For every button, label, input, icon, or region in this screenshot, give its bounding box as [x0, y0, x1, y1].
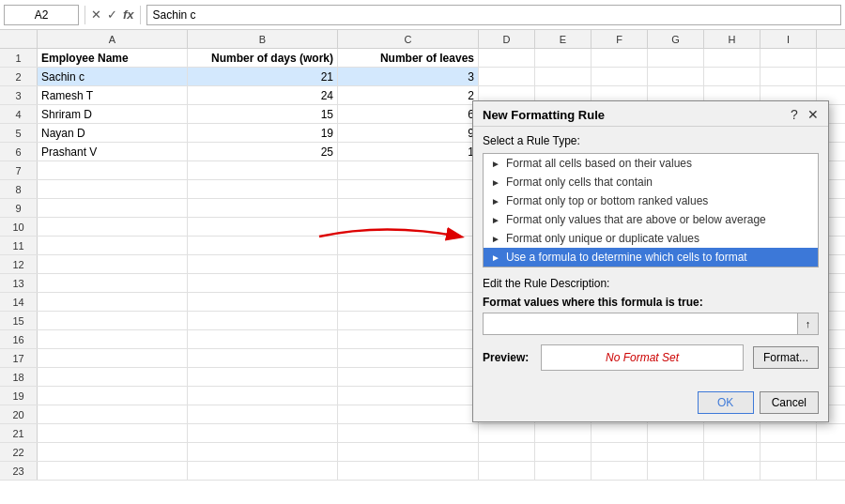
rule-list-item[interactable]: ►Use a formula to determine which cells …: [484, 248, 818, 267]
col-header-c[interactable]: C: [338, 30, 479, 48]
cell-a5[interactable]: Nayan D: [38, 124, 188, 142]
cell-b17[interactable]: [188, 349, 338, 367]
cell-extra[interactable]: [535, 68, 592, 85]
cell-a19[interactable]: [38, 387, 188, 405]
format-button[interactable]: Format...: [753, 346, 819, 369]
table-row[interactable]: 2Sachin c213: [0, 68, 845, 86]
cell-a4[interactable]: Shriram D: [38, 105, 188, 123]
cell-a8[interactable]: [38, 180, 188, 198]
cell-b8[interactable]: [188, 180, 338, 198]
formula-text-input[interactable]: [484, 313, 797, 334]
cell-a2[interactable]: Sachin c: [38, 68, 188, 85]
cell-extra[interactable]: [704, 424, 760, 442]
cell-a14[interactable]: [38, 293, 188, 311]
table-row[interactable]: 22: [0, 443, 845, 462]
col-header-a[interactable]: A: [38, 30, 188, 48]
cell-extra[interactable]: [535, 424, 592, 442]
cell-c11[interactable]: [338, 237, 479, 254]
cell-extra[interactable]: [535, 49, 592, 67]
formula-input[interactable]: [146, 5, 841, 25]
cell-extra[interactable]: [648, 424, 704, 442]
cell-a18[interactable]: [38, 368, 188, 386]
cell-extra[interactable]: [479, 462, 535, 480]
rule-list-item[interactable]: ►Format only values that are above or be…: [484, 210, 818, 229]
cell-a16[interactable]: [38, 330, 188, 348]
cell-extra[interactable]: [592, 68, 648, 85]
cell-a23[interactable]: [38, 462, 188, 480]
cell-b15[interactable]: [188, 312, 338, 329]
cell-c19[interactable]: [338, 387, 479, 405]
rule-list-item[interactable]: ►Format only cells that contain: [484, 173, 818, 191]
cell-a9[interactable]: [38, 199, 188, 217]
col-header-b[interactable]: B: [188, 30, 338, 48]
cell-a17[interactable]: [38, 349, 188, 367]
cell-a12[interactable]: [38, 255, 188, 273]
cell-c5[interactable]: 9: [338, 124, 479, 142]
cell-extra[interactable]: [648, 462, 704, 480]
cell-c10[interactable]: [338, 218, 479, 236]
cell-extra[interactable]: [704, 49, 760, 67]
rule-list-item[interactable]: ►Format all cells based on their values: [484, 154, 818, 173]
cancel-button[interactable]: Cancel: [760, 391, 819, 414]
cell-a15[interactable]: [38, 312, 188, 329]
col-header-e[interactable]: E: [535, 30, 592, 48]
cell-b2[interactable]: 21: [188, 68, 338, 85]
cell-b10[interactable]: [188, 218, 338, 236]
cell-c14[interactable]: [338, 293, 479, 311]
cell-a21[interactable]: [38, 424, 188, 442]
col-header-i[interactable]: I: [760, 30, 817, 48]
cell-c20[interactable]: [338, 405, 479, 423]
cell-b21[interactable]: [188, 424, 338, 442]
cell-c8[interactable]: [338, 180, 479, 198]
cancel-formula-icon[interactable]: ✕: [91, 8, 101, 22]
cell-c6[interactable]: 1: [338, 143, 479, 160]
cell-b22[interactable]: [188, 443, 338, 461]
cell-extra[interactable]: [535, 443, 592, 461]
ok-button[interactable]: OK: [698, 391, 754, 414]
cell-b19[interactable]: [188, 387, 338, 405]
cell-b14[interactable]: [188, 293, 338, 311]
col-header-d[interactable]: D: [479, 30, 535, 48]
cell-a7[interactable]: [38, 161, 188, 179]
cell-extra[interactable]: [760, 49, 817, 67]
cell-c4[interactable]: 6: [338, 105, 479, 123]
cell-b18[interactable]: [188, 368, 338, 386]
cell-b23[interactable]: [188, 462, 338, 480]
cell-b3[interactable]: 24: [188, 86, 338, 104]
cell-c9[interactable]: [338, 199, 479, 217]
cell-b20[interactable]: [188, 405, 338, 423]
cell-b13[interactable]: [188, 274, 338, 292]
cell-c18[interactable]: [338, 368, 479, 386]
cell-c21[interactable]: [338, 424, 479, 442]
cell-a1[interactable]: Employee Name: [38, 49, 188, 67]
table-row[interactable]: 1Employee NameNumber of days (work)Numbe…: [0, 49, 845, 68]
cell-c15[interactable]: [338, 312, 479, 329]
rule-list-item[interactable]: ►Format only unique or duplicate values: [484, 229, 818, 248]
cell-b12[interactable]: [188, 255, 338, 273]
cell-c23[interactable]: [338, 462, 479, 480]
col-header-h[interactable]: H: [704, 30, 760, 48]
cell-a6[interactable]: Prashant V: [38, 143, 188, 160]
cell-c2[interactable]: 3: [338, 68, 479, 85]
cell-a20[interactable]: [38, 405, 188, 423]
cell-extra[interactable]: [479, 68, 535, 85]
cell-extra[interactable]: [760, 443, 817, 461]
cell-extra[interactable]: [648, 443, 704, 461]
cell-c13[interactable]: [338, 274, 479, 292]
cell-a10[interactable]: [38, 218, 188, 236]
cell-extra[interactable]: [760, 424, 817, 442]
cell-b5[interactable]: 19: [188, 124, 338, 142]
rule-list-item[interactable]: ►Format only top or bottom ranked values: [484, 191, 818, 210]
cell-extra[interactable]: [479, 443, 535, 461]
cell-extra[interactable]: [592, 443, 648, 461]
insert-function-icon[interactable]: fx: [123, 8, 134, 22]
cell-c17[interactable]: [338, 349, 479, 367]
cell-extra[interactable]: [704, 462, 760, 480]
cell-extra[interactable]: [760, 68, 817, 85]
cell-extra[interactable]: [704, 443, 760, 461]
cell-c16[interactable]: [338, 330, 479, 348]
cell-b4[interactable]: 15: [188, 105, 338, 123]
cell-c7[interactable]: [338, 161, 479, 179]
cell-c22[interactable]: [338, 443, 479, 461]
rule-type-list[interactable]: ►Format all cells based on their values►…: [483, 153, 819, 267]
